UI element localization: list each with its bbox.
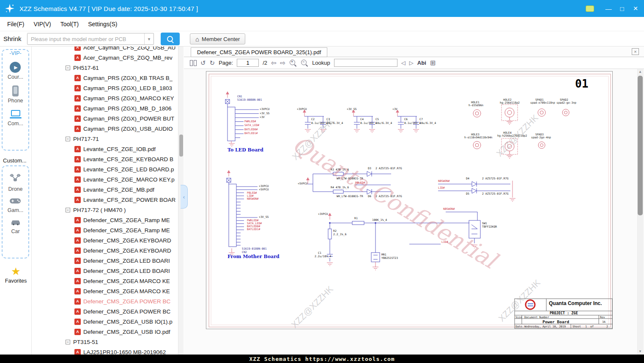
pdf-viewer[interactable]: 01 Quanta Confidential XZZ@XZZHK XZZ@XZZ…: [184, 69, 636, 355]
tree-file-row[interactable]: ALevante_CFS_ZGE_LED BOARD.p: [32, 164, 178, 174]
tree-file-row[interactable]: ALevante_CFS_ZGE_MB.pdf: [32, 184, 178, 195]
tree-group-row[interactable]: −PH717-72 ( HM470 ): [32, 205, 178, 215]
sidebar-item-drone[interactable]: Drone: [8, 173, 22, 192]
viewer-scrollbar[interactable]: ▲ ▼: [637, 69, 644, 355]
sidebar-item-favorites[interactable]: ★ Favorites: [0, 266, 32, 284]
schematic-label: +3VPCU: [260, 108, 269, 111]
sidebar-item-computer[interactable]: Com...: [8, 109, 23, 126]
tree-file-row[interactable]: ALevante_CFS_ZGE_KEYBOARD B: [32, 154, 178, 164]
schematic-label: BATLED1#: [247, 228, 260, 231]
schematic-label: 10u/6.3V_4: [375, 122, 392, 125]
tree-file-row[interactable]: ACayman_PRS (ZGX)_POWER BUT: [32, 113, 178, 124]
shrink-button[interactable]: Shrink: [3, 31, 22, 47]
schematic-label: C6: [404, 118, 408, 121]
schematic-label: +3VPCU: [318, 213, 328, 216]
tree-file-row[interactable]: ADefener_CMS_ZGEA LED BOARI: [32, 256, 178, 266]
schematic-label: 2 AZ5725-01F.R7G: [375, 167, 402, 170]
two-page-view-icon[interactable]: [190, 60, 197, 66]
lookup-input[interactable]: [334, 59, 397, 67]
tree-file-row[interactable]: AAcer_Cayman_CFS_ZGQ_MB_rev: [32, 52, 178, 63]
tree-file-row[interactable]: ADefener_CMS_ZGEA KEYBOARD: [32, 245, 178, 256]
maximize-button[interactable]: □: [615, 0, 629, 17]
vip-card-icon[interactable]: [586, 6, 594, 12]
text-select-tool[interactable]: Abi: [417, 60, 426, 66]
tree-item-label: Levante_CFS_ZGE_MB.pdf: [83, 187, 154, 193]
tree-file-row[interactable]: ALevante_CFS_ZGE_POWER BOAR: [32, 195, 178, 205]
tree-file-row[interactable]: ADefener_CMS_ZGEA MARCO KE: [32, 276, 178, 286]
menu-item[interactable]: Settings(S): [83, 21, 122, 28]
tree-group-row[interactable]: −PT315-51: [32, 337, 178, 347]
tree-item-label: PH717-71: [73, 136, 99, 142]
schematic-label: hg-256d118p2: [500, 102, 520, 104]
previous-page-icon[interactable]: ⇦: [271, 59, 277, 67]
close-document-icon[interactable]: ×: [632, 48, 639, 55]
titleblock-title: Power Board: [543, 319, 569, 324]
rotate-left-icon[interactable]: ↺: [200, 60, 206, 66]
custom-section: Drone Gam... Car: [2, 165, 29, 258]
collapse-icon[interactable]: −: [66, 208, 70, 212]
tree-file-row[interactable]: ADefener_CMS_ZGEA_USB IO.pdf: [32, 327, 178, 337]
thumbnail-grid-icon[interactable]: ⊞: [430, 59, 436, 67]
tree-group-row[interactable]: −PH717-71: [32, 134, 178, 144]
tree-item-label: PH717-72 ( HM470 ): [73, 207, 126, 213]
tree-file-row[interactable]: ADefener_CMS_ZGEA POWER BC: [32, 306, 178, 316]
menu-item[interactable]: File(F): [3, 21, 29, 28]
minimize-button[interactable]: —: [602, 0, 615, 17]
collapse-icon[interactable]: −: [66, 340, 70, 344]
model-search-input[interactable]: [27, 33, 144, 44]
collapse-icon[interactable]: −: [66, 137, 70, 141]
tree-item-label: Defender_CMS_ZGEA_Ramp ME: [83, 217, 170, 223]
zoom-in-icon[interactable]: +: [289, 59, 297, 67]
close-button[interactable]: ×: [629, 0, 642, 17]
tree-file-row[interactable]: ACayman_PRS (ZGX)_LED B_1803: [32, 83, 178, 93]
schematic-label: NBSWON#: [438, 180, 449, 183]
schematic-label: +5VPCU: [259, 188, 269, 191]
vip-section-label: -VIP-: [9, 50, 21, 56]
tree-file-row[interactable]: ACayman_PRS (ZGX)_USB_AUDIO: [32, 124, 178, 134]
panel-collapse-handle[interactable]: ‹: [181, 185, 188, 209]
tree-file-row[interactable]: ADefener_CMS_ZGEA LED BOARI: [32, 266, 178, 276]
tree-file-row[interactable]: ADefener_CMS_ZGEA_USB IO(1).p: [32, 316, 178, 327]
tree-group-row[interactable]: −PH517-61: [32, 63, 178, 73]
search-button[interactable]: [161, 33, 180, 45]
tree-file-row[interactable]: ACayman_PRS (ZGX)_MARCO KEY: [32, 93, 178, 103]
sidebar-item-phone[interactable]: Phone: [8, 85, 23, 104]
sidebar-item-car[interactable]: Car: [10, 219, 21, 234]
combo-dropdown-icon[interactable]: ▾: [144, 33, 153, 44]
tree-item-label: PH517-61: [73, 65, 99, 71]
lookup-next-icon[interactable]: ▷: [409, 60, 414, 66]
pdf-icon: A: [74, 55, 81, 61]
tree-file-row[interactable]: ACayman_PRS (ZGX)_KB TRAS B_: [32, 73, 178, 83]
member-center-button[interactable]: ⌂ Member Center: [190, 33, 245, 44]
tree-file-row[interactable]: ADefender_CMS_ZGEA_Ramp ME: [32, 215, 178, 225]
scroll-down-icon[interactable]: ▼: [637, 349, 644, 355]
tree-file-row[interactable]: ADefener_CMS_ZGEA MARCO KE: [32, 286, 178, 296]
document-tab[interactable]: Defener_CMS_ZGEA POWER BOARD_325(1).pdf: [191, 47, 327, 57]
sidebar-item-game[interactable]: Gam...: [8, 198, 24, 213]
course-play-icon: ▶: [10, 62, 21, 73]
model-search-combo[interactable]: ▾: [27, 33, 154, 45]
tree-item-label: Defener_CMS_ZGEA KEYBOARD: [83, 237, 171, 244]
viewer-scrollbar-thumb[interactable]: [638, 76, 643, 215]
tree-file-row[interactable]: ALevante_CFS_ZGE_IOB.pdf: [32, 144, 178, 154]
tree-file-row[interactable]: ADefender_CMS_ZGEA_Ramp ME: [32, 225, 178, 235]
schematic-label: NBSWON#: [443, 208, 455, 211]
zoom-out-icon[interactable]: −: [301, 59, 308, 67]
tree-file-row[interactable]: ADefener_CMS_ZGEA POWER BC: [32, 296, 178, 306]
tree-file-row[interactable]: ACayman_PRS (ZGX)_MB_D_1806: [32, 103, 178, 113]
tree-file-row[interactable]: ALevante_CFS_ZGE_MARCO KEY.p: [32, 174, 178, 184]
sidebar-item-course[interactable]: ▶ Cour...: [8, 62, 23, 80]
next-page-icon[interactable]: ⇨: [280, 59, 286, 67]
tree-file-row[interactable]: AAcer_Cayman_CFS_ZGQ_USB_AU: [32, 47, 178, 52]
page-number-input[interactable]: [237, 59, 259, 67]
collapse-icon[interactable]: −: [66, 66, 70, 70]
tree-file-row[interactable]: ALAJ251PR10-1650 MB-2019062: [32, 347, 178, 355]
menu-item[interactable]: VIP(V): [29, 21, 55, 28]
tree-scrollbar-thumb[interactable]: [179, 135, 183, 157]
tree-file-row[interactable]: ADefener_CMS_ZGEA KEYBOARD: [32, 235, 178, 245]
rotate-right-icon[interactable]: ↻: [210, 60, 215, 66]
scroll-up-icon[interactable]: ▲: [637, 69, 644, 75]
menu-item[interactable]: Tool(T): [56, 21, 84, 28]
lookup-previous-icon[interactable]: ◁: [401, 60, 406, 66]
file-tree-panel: AAcer_Cayman_CFS_ZGQ_USB_AUAAcer_Cayman_…: [32, 47, 178, 355]
